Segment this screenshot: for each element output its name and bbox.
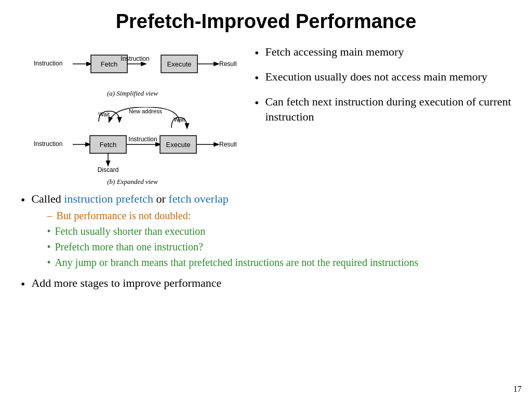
main-bullet-list: Called instruction prefetch or fetch ove… [21, 191, 511, 292]
jump-branch-text: Any jump or branch means that prefetched… [55, 256, 418, 270]
prefetch-more-text: Prefetch more than one instruction? [55, 240, 203, 254]
bottom-section: Called instruction prefetch or fetch ove… [21, 191, 511, 292]
slide: Prefetch-Improved Performance Instructio… [0, 0, 532, 399]
right-bullet-list: Fetch accessing main memory Execution us… [255, 45, 511, 125]
diagram-area: Instruction Fetch Instruction Execute [21, 42, 244, 186]
add-more-stages-text: Add more stages to improve performance [31, 275, 221, 291]
sub-bullet-jump-branch: Any jump or branch means that prefetched… [31, 256, 418, 270]
expanded-label: (b) Expanded view [29, 178, 236, 186]
called-text: Called [31, 192, 64, 205]
page-number: 17 [513, 384, 522, 394]
right-bullet-2: Execution usually does not access main m… [255, 70, 511, 86]
or-text: or [153, 192, 168, 205]
sub-bullet-performance: But performance is not doubled: [31, 209, 418, 223]
simplified-label: (a) Simplified view [29, 89, 236, 98]
fetch-shorter-text: Fetch usually shorter than execution [55, 224, 205, 238]
simplified-diagram-svg: Instruction Fetch Instruction Execute [29, 42, 236, 86]
right-bullet-area: Fetch accessing main memory Execution us… [255, 42, 511, 186]
result-label-1: Result [219, 60, 236, 68]
top-section: Instruction Fetch Instruction Execute [21, 42, 511, 186]
fetch-overlap-text: fetch overlap [168, 192, 228, 205]
instruction-prefetch-text: instruction prefetch [64, 192, 153, 205]
expanded-diagram: Wait New address Wait Instruction [29, 107, 236, 186]
right-bullet-1: Fetch accessing main memory [255, 45, 511, 61]
diagram-container: Instruction Fetch Instruction Execute [21, 42, 244, 186]
new-address-label: New address [129, 108, 163, 114]
sub-bullet-prefetch-more: Prefetch more than one instruction? [31, 240, 418, 254]
expanded-diagram-svg: Wait New address Wait Instruction [29, 107, 236, 175]
fetch-label-exp: Fetch [100, 141, 117, 149]
instruction-label-mid: Instruction [121, 55, 149, 62]
main-bullet-1: Called instruction prefetch or fetch ove… [21, 191, 511, 271]
main-bullet-2: Add more stages to improve performance [21, 275, 511, 292]
instruction-label-exp: Instruction [34, 140, 62, 148]
page-title: Prefetch-Improved Performance [21, 10, 511, 33]
result-label-exp: Result [219, 141, 236, 148]
sub-bullet-fetch-shorter: Fetch usually shorter than execution [31, 224, 418, 238]
fetch-label-1: Fetch [101, 60, 118, 68]
discard-label: Discard [98, 166, 119, 174]
instruction-label-exp2: Instruction [128, 136, 157, 143]
sub-bullet-list: But performance is not doubled: Fetch us… [31, 209, 418, 270]
performance-text: But performance is not doubled: [56, 209, 191, 223]
right-bullet-3: Can fetch next instruction during execut… [255, 95, 511, 124]
instruction-label-1: Instruction [34, 60, 62, 67]
execute-label-exp: Execute [166, 141, 191, 149]
execute-label-1: Execute [167, 60, 192, 68]
simplified-diagram: Instruction Fetch Instruction Execute [29, 42, 236, 98]
